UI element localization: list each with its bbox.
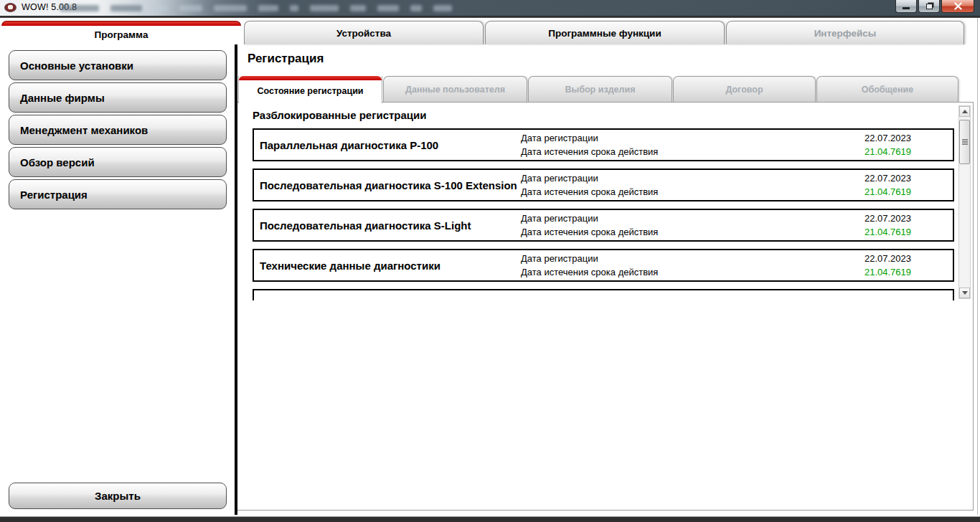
subtab-label: Выбор изделия <box>565 85 636 95</box>
sidebar-item-label: Регистрация <box>20 189 88 201</box>
sidebar-item-label: Данные фирмы <box>20 92 105 104</box>
tab-ustroystva[interactable]: Устройства <box>244 21 484 44</box>
page-title: Регистрация <box>248 52 324 66</box>
reg-date-label: Дата регистрации <box>521 131 834 145</box>
subtab-obobshchenie: Обобщение <box>816 76 958 102</box>
sidebar-item-menedzhment-mekhanikov[interactable]: Менеджмент механиков <box>9 115 227 145</box>
tab-label: Устройства <box>336 28 391 39</box>
window-frame-line <box>0 16 980 18</box>
sidebar-item-dannye-firmy[interactable]: Данные фирмы <box>9 82 227 113</box>
reg-date-value: 22.07.2023 <box>834 212 911 225</box>
restore-button[interactable] <box>918 0 940 13</box>
arrow-down-icon <box>962 291 968 295</box>
active-subtab-indicator <box>239 76 382 80</box>
registration-row: Параллельная диагностика P-100 Дата реги… <box>253 128 954 161</box>
window-frame-right <box>977 18 978 515</box>
expiry-date-value: 21.04.7619 <box>834 265 911 279</box>
reg-date-value: 22.07.2023 <box>834 171 911 185</box>
tab-label: Интерфейсы <box>814 28 877 39</box>
tab-label: Программные функции <box>548 28 661 39</box>
list-header: Разблокированные регистрации <box>253 109 956 121</box>
reg-date-label: Дата регистрации <box>521 212 834 225</box>
active-tab-indicator <box>1 21 241 26</box>
expiry-date-value: 21.04.7619 <box>834 185 911 199</box>
arrow-up-icon <box>962 110 968 113</box>
window-controls <box>894 0 974 13</box>
tab-interfeysy: Интерфейсы <box>726 21 964 44</box>
list-scrollbar[interactable] <box>958 105 971 299</box>
reg-date-value: 22.07.2023 <box>834 252 911 265</box>
thumb-grip-icon <box>962 141 968 143</box>
registration-row: Последовательная диагностика S-100 Exten… <box>253 169 954 201</box>
expiry-date-label: Дата истечения срока действия <box>521 145 834 158</box>
main-tab-bar: Программа Устройства Программные функции… <box>0 21 980 44</box>
minimize-icon <box>903 7 910 9</box>
scrollbar-thumb[interactable] <box>959 120 970 164</box>
subtab-vybor-izdeliya: Выбор изделия <box>528 76 672 102</box>
subtab-dogovor: Договор <box>673 76 816 102</box>
subtab-sostoyanie-registratsii[interactable]: Состояние регистрации <box>238 76 382 103</box>
registration-row-partial: Дата регистрации 22.07.2023 <box>253 289 954 300</box>
product-name: Технические данные диагностики <box>254 260 521 272</box>
reg-date-value: 22.07.2023 <box>834 131 911 145</box>
close-window-button[interactable] <box>941 0 974 13</box>
sidebar-item-label: Обзор версий <box>20 156 95 169</box>
close-icon <box>954 2 962 10</box>
scroll-down-button[interactable] <box>959 288 970 298</box>
product-name: Последовательная диагностика S-Light <box>254 219 521 232</box>
registration-row: Последовательная диагностика S-Light Дат… <box>253 209 954 242</box>
product-name: Параллельная диагностика P-100 <box>254 139 521 151</box>
subtab-label: Данные пользователя <box>405 85 505 95</box>
sidebar-item-obzor-versiy[interactable]: Обзор версий <box>9 147 227 177</box>
subtab-label: Обобщение <box>862 85 914 95</box>
reg-date-label: Дата регистрации <box>521 252 834 265</box>
sidebar-item-label: Основные установки <box>20 60 133 72</box>
registration-row: Технические данные диагностики Дата реги… <box>253 249 954 282</box>
sidebar-item-registratsiya[interactable]: Регистрация <box>9 179 227 209</box>
reg-date-label: Дата регистрации <box>521 299 834 301</box>
expiry-date-label: Дата истечения срока действия <box>521 185 834 199</box>
redacted-menu-items <box>60 4 452 12</box>
title-bar: WOW! 5.00.8 <box>0 0 980 16</box>
scroll-up-button[interactable] <box>959 106 970 117</box>
restore-icon <box>926 4 933 9</box>
app-logo-icon <box>4 3 17 12</box>
reg-date-label: Дата регистрации <box>521 171 834 185</box>
window-bottom-edge <box>0 516 980 522</box>
tab-programma[interactable]: Программа <box>0 21 242 44</box>
minimize-button[interactable] <box>895 0 917 13</box>
expiry-date-value: 21.04.7619 <box>834 145 911 158</box>
reg-date-value: 22.07.2023 <box>834 299 911 301</box>
close-button-label: Закрыть <box>95 490 141 502</box>
subtab-label: Состояние регистрации <box>257 86 363 96</box>
tab-programmnye-funktsii[interactable]: Программные функции <box>485 21 725 44</box>
close-button[interactable]: Закрыть <box>9 483 227 509</box>
expiry-date-value: 21.04.7619 <box>834 225 911 239</box>
product-name: Последовательная диагностика S-100 Exten… <box>254 179 521 191</box>
subtab-label: Договор <box>725 85 763 95</box>
expiry-date-label: Дата истечения срока действия <box>521 225 834 239</box>
subtab-dannye-polzovatelya: Данные пользователя <box>383 76 527 102</box>
sidebar-item-osnovnye-ustanovki[interactable]: Основные установки <box>9 50 227 80</box>
expiry-date-label: Дата истечения срока действия <box>521 265 834 279</box>
tab-label: Программа <box>95 29 149 40</box>
unlocked-registrations-list: Разблокированные регистрации Параллельна… <box>250 105 956 300</box>
sidebar-item-label: Менеджмент механиков <box>20 124 148 136</box>
